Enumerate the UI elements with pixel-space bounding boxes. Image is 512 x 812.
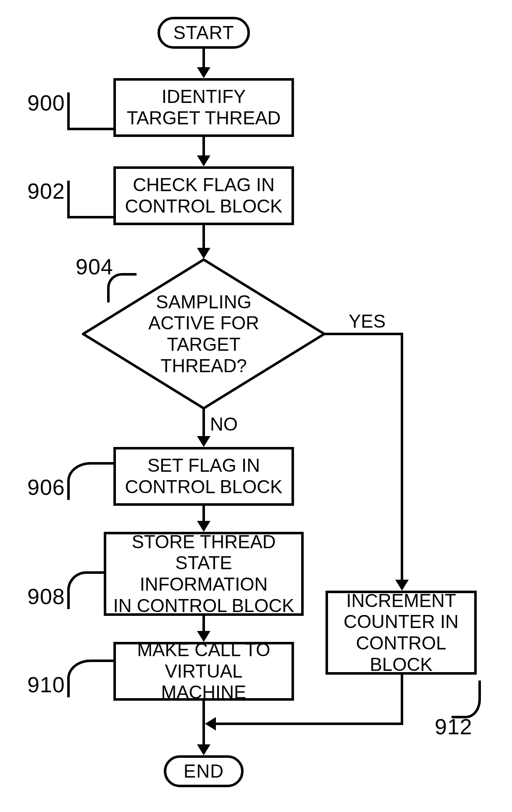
process-make-call-vm: MAKE CALL TO VIRTUAL MACHINE: [113, 642, 294, 701]
arrow-line: [202, 137, 205, 158]
process-label: SET FLAG IN CONTROL BLOCK: [125, 455, 283, 497]
process-label: IDENTIFY TARGET THREAD: [127, 86, 281, 129]
flowchart-canvas: START IDENTIFY TARGET THREAD 900 CHECK F…: [0, 0, 512, 812]
arrow-line: [401, 333, 403, 582]
ref-label-906: 906: [27, 475, 65, 500]
leader-curve: [67, 92, 113, 130]
arrow-line: [202, 408, 205, 439]
process-check-flag: CHECK FLAG IN CONTROL BLOCK: [113, 166, 294, 225]
process-identify-target-thread: IDENTIFY TARGET THREAD: [113, 78, 294, 137]
leader-curve: [67, 462, 113, 500]
process-set-flag: SET FLAG IN CONTROL BLOCK: [113, 447, 294, 506]
arrow-head: [197, 744, 210, 755]
arrow-head: [395, 580, 409, 591]
process-store-thread-state: STORE THREAD STATE INFORMATION IN CONTRO…: [104, 532, 304, 616]
terminal-start: START: [158, 17, 250, 49]
terminal-end-label: END: [184, 761, 224, 782]
arrow-head: [197, 67, 210, 78]
arrow-head: [205, 717, 216, 731]
process-label: MAKE CALL TO VIRTUAL MACHINE: [123, 639, 285, 703]
leader-curve: [67, 660, 113, 697]
arrow-head: [197, 436, 210, 447]
arrow-line: [202, 701, 205, 747]
process-increment-counter: INCREMENT COUNTER IN CONTROL BLOCK: [326, 591, 477, 675]
arrow-head: [197, 155, 210, 166]
process-label: STORE THREAD STATE INFORMATION IN CONTRO…: [113, 531, 294, 616]
leader-curve: [67, 571, 105, 609]
ref-label-900: 900: [27, 90, 65, 116]
arrow-head: [197, 248, 210, 259]
arrow-line: [214, 723, 403, 725]
arrow-line: [202, 225, 205, 250]
leader-curve: [67, 181, 113, 218]
arrow-line: [324, 333, 403, 335]
process-label: INCREMENT COUNTER IN CONTROL BLOCK: [335, 590, 467, 675]
ref-label-902: 902: [27, 179, 65, 204]
terminal-start-label: START: [173, 22, 234, 43]
edge-label-no: NO: [210, 414, 238, 435]
arrow-line: [202, 49, 205, 70]
decision-label: SAMPLING ACTIVE FOR TARGET THREAD?: [120, 292, 288, 376]
leader-curve: [452, 681, 481, 718]
ref-label-910: 910: [27, 672, 65, 697]
leader-curve: [107, 273, 137, 302]
arrow-head: [197, 521, 210, 532]
terminal-end: END: [164, 755, 244, 787]
edge-label-yes: YES: [349, 311, 386, 332]
ref-label-904: 904: [76, 254, 113, 279]
process-label: CHECK FLAG IN CONTROL BLOCK: [125, 174, 283, 217]
arrow-line: [401, 675, 403, 725]
ref-label-908: 908: [27, 584, 65, 609]
